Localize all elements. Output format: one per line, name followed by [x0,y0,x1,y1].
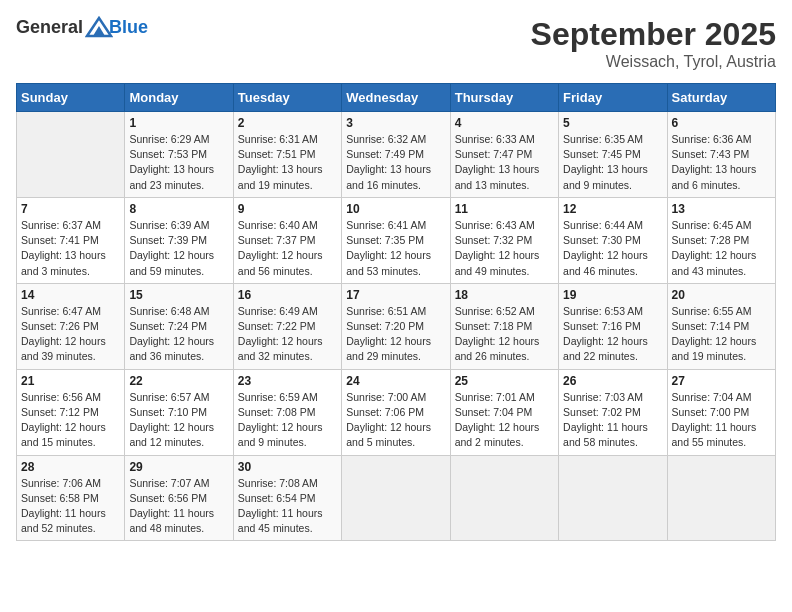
calendar-cell: 24Sunrise: 7:00 AM Sunset: 7:06 PM Dayli… [342,369,450,455]
week-row-3: 14Sunrise: 6:47 AM Sunset: 7:26 PM Dayli… [17,283,776,369]
day-info: Sunrise: 6:35 AM Sunset: 7:45 PM Dayligh… [563,132,662,193]
day-info: Sunrise: 6:29 AM Sunset: 7:53 PM Dayligh… [129,132,228,193]
header: General Blue September 2025 Weissach, Ty… [16,16,776,71]
day-number: 29 [129,460,228,474]
day-number: 15 [129,288,228,302]
day-number: 27 [672,374,771,388]
calendar-cell: 19Sunrise: 6:53 AM Sunset: 7:16 PM Dayli… [559,283,667,369]
day-header-monday: Monday [125,84,233,112]
day-info: Sunrise: 6:45 AM Sunset: 7:28 PM Dayligh… [672,218,771,279]
day-info: Sunrise: 6:53 AM Sunset: 7:16 PM Dayligh… [563,304,662,365]
day-header-wednesday: Wednesday [342,84,450,112]
calendar-cell: 25Sunrise: 7:01 AM Sunset: 7:04 PM Dayli… [450,369,558,455]
calendar-cell: 23Sunrise: 6:59 AM Sunset: 7:08 PM Dayli… [233,369,341,455]
calendar-cell [342,455,450,541]
day-info: Sunrise: 6:55 AM Sunset: 7:14 PM Dayligh… [672,304,771,365]
day-info: Sunrise: 6:52 AM Sunset: 7:18 PM Dayligh… [455,304,554,365]
calendar-cell: 21Sunrise: 6:56 AM Sunset: 7:12 PM Dayli… [17,369,125,455]
day-info: Sunrise: 6:32 AM Sunset: 7:49 PM Dayligh… [346,132,445,193]
day-number: 23 [238,374,337,388]
day-info: Sunrise: 6:41 AM Sunset: 7:35 PM Dayligh… [346,218,445,279]
day-number: 11 [455,202,554,216]
calendar-cell: 12Sunrise: 6:44 AM Sunset: 7:30 PM Dayli… [559,197,667,283]
day-info: Sunrise: 6:36 AM Sunset: 7:43 PM Dayligh… [672,132,771,193]
day-info: Sunrise: 7:01 AM Sunset: 7:04 PM Dayligh… [455,390,554,451]
day-info: Sunrise: 6:39 AM Sunset: 7:39 PM Dayligh… [129,218,228,279]
day-info: Sunrise: 6:31 AM Sunset: 7:51 PM Dayligh… [238,132,337,193]
calendar-cell: 8Sunrise: 6:39 AM Sunset: 7:39 PM Daylig… [125,197,233,283]
calendar-cell: 27Sunrise: 7:04 AM Sunset: 7:00 PM Dayli… [667,369,775,455]
day-number: 1 [129,116,228,130]
calendar-cell: 20Sunrise: 6:55 AM Sunset: 7:14 PM Dayli… [667,283,775,369]
logo-general-text: General [16,17,83,38]
calendar-cell: 28Sunrise: 7:06 AM Sunset: 6:58 PM Dayli… [17,455,125,541]
week-row-4: 21Sunrise: 6:56 AM Sunset: 7:12 PM Dayli… [17,369,776,455]
day-number: 30 [238,460,337,474]
calendar-cell: 16Sunrise: 6:49 AM Sunset: 7:22 PM Dayli… [233,283,341,369]
day-number: 8 [129,202,228,216]
calendar-cell: 15Sunrise: 6:48 AM Sunset: 7:24 PM Dayli… [125,283,233,369]
calendar-cell: 18Sunrise: 6:52 AM Sunset: 7:18 PM Dayli… [450,283,558,369]
day-number: 16 [238,288,337,302]
day-info: Sunrise: 7:07 AM Sunset: 6:56 PM Dayligh… [129,476,228,537]
day-number: 26 [563,374,662,388]
day-info: Sunrise: 6:56 AM Sunset: 7:12 PM Dayligh… [21,390,120,451]
day-header-sunday: Sunday [17,84,125,112]
location-title: Weissach, Tyrol, Austria [531,53,776,71]
calendar-cell [667,455,775,541]
day-info: Sunrise: 7:04 AM Sunset: 7:00 PM Dayligh… [672,390,771,451]
day-info: Sunrise: 6:47 AM Sunset: 7:26 PM Dayligh… [21,304,120,365]
calendar-table: SundayMondayTuesdayWednesdayThursdayFrid… [16,83,776,541]
day-number: 28 [21,460,120,474]
day-number: 18 [455,288,554,302]
calendar-cell: 14Sunrise: 6:47 AM Sunset: 7:26 PM Dayli… [17,283,125,369]
day-info: Sunrise: 7:06 AM Sunset: 6:58 PM Dayligh… [21,476,120,537]
day-number: 13 [672,202,771,216]
calendar-cell: 22Sunrise: 6:57 AM Sunset: 7:10 PM Dayli… [125,369,233,455]
week-row-1: 1Sunrise: 6:29 AM Sunset: 7:53 PM Daylig… [17,112,776,198]
calendar-cell: 3Sunrise: 6:32 AM Sunset: 7:49 PM Daylig… [342,112,450,198]
day-info: Sunrise: 7:08 AM Sunset: 6:54 PM Dayligh… [238,476,337,537]
day-info: Sunrise: 7:03 AM Sunset: 7:02 PM Dayligh… [563,390,662,451]
calendar-cell: 9Sunrise: 6:40 AM Sunset: 7:37 PM Daylig… [233,197,341,283]
day-info: Sunrise: 6:51 AM Sunset: 7:20 PM Dayligh… [346,304,445,365]
day-info: Sunrise: 6:37 AM Sunset: 7:41 PM Dayligh… [21,218,120,279]
title-area: September 2025 Weissach, Tyrol, Austria [531,16,776,71]
logo: General Blue [16,16,148,38]
day-header-saturday: Saturday [667,84,775,112]
calendar-cell [17,112,125,198]
day-number: 19 [563,288,662,302]
day-header-friday: Friday [559,84,667,112]
calendar-cell: 2Sunrise: 6:31 AM Sunset: 7:51 PM Daylig… [233,112,341,198]
day-info: Sunrise: 6:57 AM Sunset: 7:10 PM Dayligh… [129,390,228,451]
calendar-cell: 6Sunrise: 6:36 AM Sunset: 7:43 PM Daylig… [667,112,775,198]
calendar-cell: 7Sunrise: 6:37 AM Sunset: 7:41 PM Daylig… [17,197,125,283]
logo-blue-text: Blue [109,17,148,38]
month-title: September 2025 [531,16,776,53]
day-info: Sunrise: 6:33 AM Sunset: 7:47 PM Dayligh… [455,132,554,193]
day-info: Sunrise: 6:44 AM Sunset: 7:30 PM Dayligh… [563,218,662,279]
day-info: Sunrise: 6:43 AM Sunset: 7:32 PM Dayligh… [455,218,554,279]
svg-marker-1 [93,26,105,36]
calendar-cell: 29Sunrise: 7:07 AM Sunset: 6:56 PM Dayli… [125,455,233,541]
day-number: 4 [455,116,554,130]
day-header-thursday: Thursday [450,84,558,112]
week-row-2: 7Sunrise: 6:37 AM Sunset: 7:41 PM Daylig… [17,197,776,283]
calendar-cell: 10Sunrise: 6:41 AM Sunset: 7:35 PM Dayli… [342,197,450,283]
day-number: 6 [672,116,771,130]
day-number: 14 [21,288,120,302]
day-number: 3 [346,116,445,130]
calendar-cell: 13Sunrise: 6:45 AM Sunset: 7:28 PM Dayli… [667,197,775,283]
calendar-cell [559,455,667,541]
day-info: Sunrise: 6:49 AM Sunset: 7:22 PM Dayligh… [238,304,337,365]
day-number: 9 [238,202,337,216]
day-number: 10 [346,202,445,216]
day-number: 21 [21,374,120,388]
day-number: 5 [563,116,662,130]
calendar-cell: 5Sunrise: 6:35 AM Sunset: 7:45 PM Daylig… [559,112,667,198]
day-number: 25 [455,374,554,388]
day-number: 20 [672,288,771,302]
calendar-cell: 26Sunrise: 7:03 AM Sunset: 7:02 PM Dayli… [559,369,667,455]
calendar-cell: 4Sunrise: 6:33 AM Sunset: 7:47 PM Daylig… [450,112,558,198]
day-header-tuesday: Tuesday [233,84,341,112]
